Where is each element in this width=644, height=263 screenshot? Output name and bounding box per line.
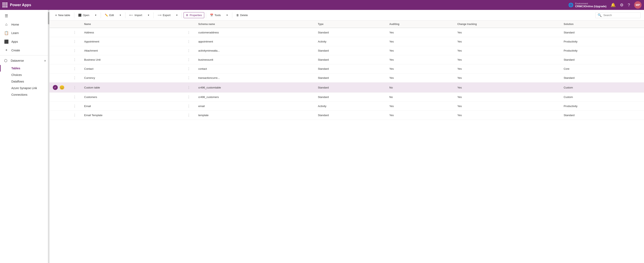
table-row[interactable]: ⋮Business Unit⋮businessunitStandardYesYe… <box>50 55 644 64</box>
open-button[interactable]: ⬛ Open <box>76 12 92 18</box>
scrollbar-thumb[interactable] <box>48 12 50 24</box>
sidebar: ☰ ⌂ Home 📋 Learn ⬛ Apps + Create ⬡ D <box>0 10 50 263</box>
import-caret-button[interactable]: ▼ <box>145 12 152 18</box>
row-menu-icon[interactable]: ⋮ <box>186 76 192 80</box>
table-row[interactable]: ⋮Attachment⋮activitymimeatta...StandardY… <box>50 46 644 55</box>
home-label: Home <box>11 23 19 26</box>
row-menu-icon[interactable]: ⋮ <box>186 86 192 90</box>
row-more-cell[interactable]: ⋮ <box>68 28 81 37</box>
row-more-opts-cell[interactable]: ⋮ <box>182 82 195 92</box>
more-options-icon[interactable]: ⋮ <box>72 48 78 53</box>
edit-caret-button[interactable]: ▼ <box>117 12 124 18</box>
row-change-tracking: Yes <box>454 28 560 37</box>
more-options-icon[interactable]: ⋮ <box>72 76 78 80</box>
row-more-cell[interactable]: ⋮ <box>68 102 81 111</box>
row-more-opts-cell[interactable]: ⋮ <box>182 55 195 64</box>
row-more-cell[interactable]: ⋮ <box>68 46 81 55</box>
sidebar-item-apps[interactable]: ⬛ Apps <box>0 37 49 46</box>
more-options-icon[interactable]: ⋮ <box>72 95 78 99</box>
open-caret-button[interactable]: ▼ <box>92 12 99 18</box>
properties-button[interactable]: ⚙ Properties <box>184 12 204 18</box>
tools-caret-button[interactable]: ▼ <box>224 12 230 18</box>
row-menu-icon[interactable]: ⋮ <box>186 58 192 62</box>
row-menu-icon[interactable]: ⋮ <box>186 113 192 117</box>
topbar-right: 🌐 Environment CRMC3Online (Upgrade) 🔔 ⚙ … <box>568 1 642 9</box>
row-solution: Standard <box>560 55 644 64</box>
more-options-icon[interactable]: ⋮ <box>72 40 78 44</box>
row-more-opts-cell[interactable]: ⋮ <box>182 46 195 55</box>
sidebar-section-dataverse[interactable]: ⬡ Dataverse ∧ <box>0 56 49 65</box>
row-more-opts-cell[interactable]: ⋮ <box>182 37 195 46</box>
row-schema-name: transactioncurre... <box>195 74 314 82</box>
more-options-icon[interactable]: ⋮ <box>72 30 78 35</box>
waffle-menu[interactable] <box>2 2 8 8</box>
row-menu-icon[interactable]: ⋮ <box>186 67 192 71</box>
search-icon: 🔍 <box>598 13 602 17</box>
sidebar-item-dataflows[interactable]: Dataflows <box>0 78 49 85</box>
table-row[interactable]: ⋮Currency⋮transactioncurre...StandardYes… <box>50 74 644 82</box>
more-options-icon[interactable]: ⋮ <box>72 113 78 117</box>
row-more-opts-cell[interactable]: ⋮ <box>182 102 195 111</box>
avatar[interactable]: MP <box>634 1 642 9</box>
sidebar-item-learn[interactable]: 📋 Learn <box>0 29 49 37</box>
tools-button[interactable]: 📅 Tools <box>208 12 223 18</box>
col-name[interactable]: Name <box>81 21 182 28</box>
table-row[interactable]: ⋮Email Template⋮templateStandardYesYesSt… <box>50 111 644 120</box>
environment-selector[interactable]: 🌐 Environment CRMC3Online (Upgrade) <box>568 2 606 8</box>
col-auditing[interactable]: Auditing <box>386 21 454 28</box>
table-row[interactable]: ⋮Customers⋮cr496_customersStandardNoYesC… <box>50 92 644 102</box>
table-row[interactable]: ⋮Email⋮emailActivityYesYesProductivity <box>50 102 644 111</box>
sidebar-item-azure-synapse[interactable]: Azure Synapse Link <box>0 85 49 92</box>
sidebar-collapse[interactable]: ☰ <box>0 12 49 20</box>
search-input[interactable] <box>603 14 636 17</box>
scrollbar[interactable] <box>48 10 50 263</box>
search-box[interactable]: 🔍 <box>595 12 641 18</box>
settings-icon[interactable]: ⚙ <box>620 2 624 8</box>
row-more-cell[interactable]: ⋮ <box>68 111 81 120</box>
import-button[interactable]: ⟵ Import <box>127 12 144 18</box>
row-menu-icon[interactable]: ⋮ <box>186 104 192 108</box>
notification-icon[interactable]: 🔔 <box>610 2 616 8</box>
row-more-cell[interactable]: ⋮ <box>68 37 81 46</box>
table-row[interactable]: ⋮Address⋮customeraddressStandardYesYesSt… <box>50 28 644 37</box>
help-icon[interactable]: ? <box>628 3 630 8</box>
sidebar-item-create[interactable]: + Create <box>0 46 49 54</box>
row-more-opts-cell[interactable]: ⋮ <box>182 92 195 102</box>
more-options-icon[interactable]: ⋮ <box>72 104 78 108</box>
row-more-opts-cell[interactable]: ⋮ <box>182 64 195 74</box>
row-more-cell[interactable]: ⋮ <box>68 64 81 74</box>
row-more-opts-cell[interactable]: ⋮ <box>182 28 195 37</box>
col-change-tracking[interactable]: Change tracking <box>454 21 560 28</box>
row-menu-icon[interactable]: ⋮ <box>186 95 192 99</box>
table-row[interactable]: ✓😊⋮Custom table⋮cr496_customtableStandar… <box>50 82 644 92</box>
export-button[interactable]: ⟶ Export <box>155 12 173 18</box>
more-options-icon[interactable]: ⋮ <box>72 86 78 90</box>
table-row[interactable]: ⋮Contact⋮contactStandardYesYesCore <box>50 64 644 74</box>
sidebar-item-choices[interactable]: Choices <box>0 72 49 78</box>
toolbar-divider-1 <box>74 12 74 18</box>
row-name: Custom table <box>81 82 182 92</box>
more-options-icon[interactable]: ⋮ <box>72 58 78 62</box>
row-more-cell[interactable]: ⋮ <box>68 92 81 102</box>
sidebar-item-connections[interactable]: Connections <box>0 92 49 98</box>
new-table-button[interactable]: + New table <box>53 12 72 18</box>
more-options-icon[interactable]: ⋮ <box>72 67 78 71</box>
delete-button[interactable]: 🗑 Delete <box>234 12 250 18</box>
row-more-cell[interactable]: ⋮ <box>68 82 81 92</box>
sidebar-item-tables[interactable]: Tables <box>0 65 49 72</box>
row-more-opts-cell[interactable]: ⋮ <box>182 111 195 120</box>
row-menu-icon[interactable]: ⋮ <box>186 48 192 53</box>
edit-button[interactable]: ✏️ Edit <box>102 12 116 18</box>
row-menu-icon[interactable]: ⋮ <box>186 30 192 35</box>
col-solution[interactable]: Solution <box>560 21 644 28</box>
col-type[interactable]: Type <box>314 21 386 28</box>
table-row[interactable]: ⋮Appointment⋮appointmentActivityYesYesPr… <box>50 37 644 46</box>
col-schema-name[interactable]: Schema name <box>195 21 314 28</box>
export-caret-button[interactable]: ▼ <box>174 12 180 18</box>
row-more-opts-cell[interactable]: ⋮ <box>182 74 195 82</box>
row-menu-icon[interactable]: ⋮ <box>186 40 192 44</box>
sidebar-item-home[interactable]: ⌂ Home <box>0 20 49 29</box>
export-chevron-icon: ▼ <box>176 14 178 16</box>
row-more-cell[interactable]: ⋮ <box>68 74 81 82</box>
row-more-cell[interactable]: ⋮ <box>68 55 81 64</box>
